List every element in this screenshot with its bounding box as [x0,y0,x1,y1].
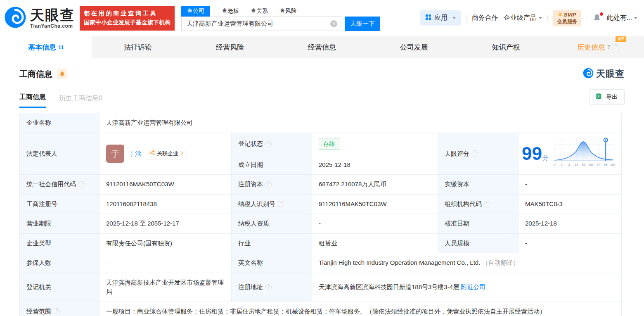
tab-inner: 法律诉讼 [124,43,152,52]
excel-icon: X [596,93,603,101]
reg-address-label-text: 注册地址 [238,283,263,292]
help-icon[interactable] [484,201,490,207]
status-badge: 存续 [319,138,339,150]
reg-address-label: 注册地址 [232,273,312,302]
nav-enterprise-products[interactable]: 企业级产品 [504,14,542,22]
subtab-business-info[interactable]: 工商信息 [19,93,46,108]
taxpayer-id-label-text: 纳税人识别号 [238,200,275,209]
help-icon[interactable] [265,181,272,188]
svg-text:0: 0 [554,163,556,166]
score-value: 99 [522,143,542,164]
page-title: 工商信息 [19,69,52,80]
tab-legal-proceedings[interactable]: 法律诉讼 [92,36,184,58]
user-name: 此处有... [607,14,632,22]
legal-rep-name-link[interactable]: 于浛 [129,149,141,159]
svg-text:85: 85 [589,163,593,166]
tab-intellectual-property[interactable]: 知识产权 [460,36,552,58]
help-icon[interactable] [472,150,478,157]
taxpayer-quality-label: 纳税人资质 [232,214,312,234]
export-button[interactable]: X 导出 [589,89,625,105]
header-nav: 应用 商务合作 企业级产品 ♛ SVIP 会员服务 此处有... [420,10,637,26]
approval-date-value: 2025-12-18 [519,214,622,234]
clear-search-icon[interactable] [330,20,337,27]
company-name-value: 天津高新产业运营管理有限公司 [99,113,622,133]
promo-banner[interactable]: 都 在 用 的 商 业 查 询 工 具 国家中小企业发展子基金旗下机构 [80,6,175,30]
related-companies-count: 2 [180,150,183,158]
org-code-label: 组织机构代码 [438,194,519,214]
tab-company-development[interactable]: 公司发展 [368,36,460,58]
tab-operation-risk[interactable]: 经营风险 [184,36,276,58]
tab-label: 历史信息 [577,43,605,52]
search-area: 查公司 查老板 查关系 查风险 天眼一下 [181,6,380,31]
score-cell: 99分 [519,133,622,175]
search-input[interactable] [181,17,341,31]
chevron-down-icon [634,17,637,19]
chevron-down-icon [539,17,542,19]
search-tab-risk[interactable]: 查风险 [279,6,297,17]
help-icon[interactable] [278,201,284,207]
svg-text:1: 1 [561,163,563,166]
score-label: 天眼评分 [438,133,519,175]
user-menu[interactable]: 此处有... [607,14,637,22]
notification-dot [600,12,603,16]
help-icon[interactable] [265,284,272,290]
subtab-history-business-info[interactable]: 历史工商信息0 [59,94,102,108]
tianyancha-logo-icon [583,68,594,80]
tab-inner: 基本信息 11 [28,43,64,52]
divider [547,15,548,21]
reg-authority-value: 天津滨海高新技术产业开发区市场监督管理局 [99,273,232,302]
legal-rep-label: 法定代表人 [20,133,99,175]
apps-menu-button[interactable]: 应用 [420,10,461,26]
taxpayer-id-label: 纳税人识别号 [232,194,312,214]
nav-business-cooperation[interactable]: 商务合作 [472,14,498,22]
search-tab-company[interactable]: 查公司 [181,6,210,17]
industry-label: 行业 [232,233,312,253]
tab-label: 经营风险 [216,43,244,52]
section-head: 工商信息 天眼查 [0,58,644,80]
search-tab-boss[interactable]: 查老板 [222,6,239,17]
logo-domain: TianYanCha.com [30,24,75,29]
org-code-label-text: 组织机构代码 [445,200,482,209]
tab-operation-info[interactable]: 经营信息 [276,36,368,58]
tab-basic-info[interactable]: 基本信息 11 [0,36,92,58]
network-icon [149,150,155,158]
nearby-companies-link[interactable]: 附近公司 [461,283,485,290]
help-icon[interactable] [54,308,60,314]
crown-icon: ♛ [558,12,563,18]
reg-address-text: 天津滨海高新区滨海科技园日新道188号3号楼3-4层 [319,283,459,290]
divider [466,15,466,21]
business-info-table: 企业名称 天津高新产业运营管理有限公司 法定代表人 于 于浛 [19,113,622,316]
paid-capital-label: 实缴资本 [438,175,519,195]
score-distribution-chart: 0 1 3 15 50 85 97 99 100 [553,137,615,171]
tab-history-info[interactable]: 历史信息 7 VIP [552,36,644,58]
svg-text:97: 97 [597,163,600,166]
tianyancha-logo-icon [4,6,26,30]
help-icon[interactable] [265,141,272,147]
subtab-history-count: 0 [99,95,102,102]
search-tab-relation[interactable]: 查关系 [251,6,268,17]
monitor-bell-button[interactable] [57,69,67,79]
enterprise-label: 企业级产品 [504,14,537,22]
business-scope-label: 经营范围 [20,302,99,316]
score-unit: 分 [542,154,549,163]
staff-size-label: 人员规模 [438,233,519,253]
avatar[interactable]: 于 [106,145,124,163]
help-icon[interactable] [613,44,619,50]
company-type-label: 企业类型 [20,233,99,253]
top-header: 天眼查 TianYanCha.com 都 在 用 的 商 业 查 询 工 具 国… [0,0,644,36]
svip-member-button[interactable]: ♛ SVIP 会员服务 [553,10,581,26]
search-button[interactable]: 天眼一下 [345,17,380,31]
reg-status-label-text: 登记状态 [238,139,263,149]
legal-rep-cell: 于 于浛 关联企业 2 [99,133,232,175]
credit-code-value: 91120116MAK50TC03W [99,175,232,195]
related-companies-badge[interactable]: 关联企业 2 [146,148,187,159]
reg-capital-value: 687472.210078万人民币 [312,175,438,195]
tianyancha-logo[interactable]: 天眼查 TianYanCha.com [4,6,75,30]
notification-bell-icon[interactable] [592,14,601,23]
paid-capital-value: - [519,175,622,195]
table-row: 经营范围 一般项目：商业综合体管理服务；住房租赁；非居住房地产租赁；机械设备租赁… [20,302,622,316]
apps-grid-icon [425,14,431,22]
english-name-value: Tianjin High tech Industry Operation Man… [312,253,622,273]
svg-text:15: 15 [575,163,578,166]
help-icon[interactable] [78,181,85,188]
